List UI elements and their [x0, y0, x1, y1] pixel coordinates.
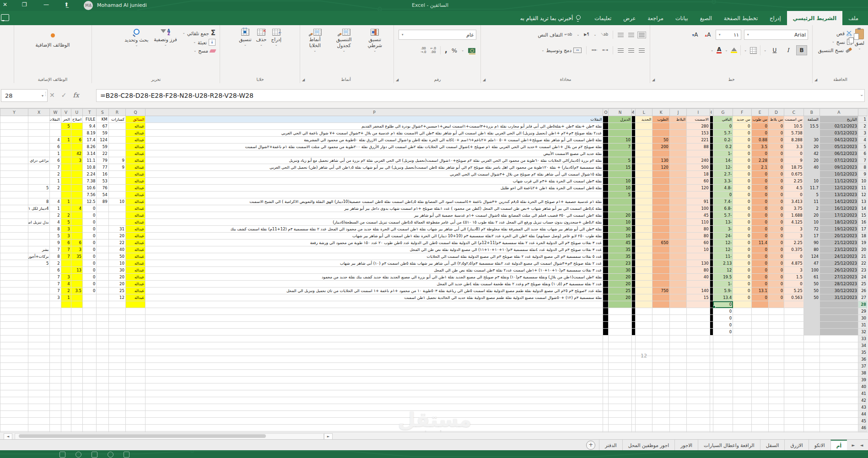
cell-R8[interactable]: 9: [108, 164, 125, 171]
cell-E11[interactable]: 0: [751, 185, 768, 192]
cell-X28[interactable]: [28, 301, 49, 308]
col-header-Y[interactable]: Y: [0, 109, 28, 116]
cell-C31[interactable]: [784, 322, 803, 329]
cell-W39[interactable]: [50, 377, 61, 383]
cell-K15[interactable]: [652, 212, 669, 219]
cell-R11[interactable]: [108, 185, 125, 192]
cell-R14[interactable]: [108, 205, 125, 212]
cell-T40[interactable]: [83, 383, 97, 390]
cell-B12[interactable]: 5: [803, 192, 819, 198]
cell-W9[interactable]: 2: [50, 171, 61, 178]
cell-N45[interactable]: [609, 418, 632, 425]
cell-W42[interactable]: [50, 397, 61, 404]
cell-M17[interactable]: [631, 226, 635, 233]
row-header-16[interactable]: 16: [858, 219, 867, 226]
cell-W11[interactable]: 2: [50, 185, 61, 192]
cell-G23[interactable]: 12: [713, 267, 733, 274]
cell-N26[interactable]: 25: [609, 288, 632, 294]
borders-dropdown[interactable]: ⌄: [744, 49, 747, 52]
cell-O12[interactable]: [603, 192, 609, 198]
cell-E6[interactable]: 0: [751, 150, 768, 157]
row-header-30[interactable]: 30: [858, 315, 867, 322]
cell-H28[interactable]: [710, 301, 713, 308]
cell-A4[interactable]: 04/12/2023: [819, 137, 858, 144]
cell-U31[interactable]: [71, 322, 82, 329]
cell-Y34[interactable]: [0, 342, 28, 349]
cell-Y45[interactable]: [0, 418, 28, 425]
cell-E46[interactable]: [751, 425, 768, 431]
cell-G20[interactable]: -12: [713, 246, 733, 253]
cell-B40[interactable]: [803, 383, 819, 390]
cell-R23[interactable]: 30: [108, 267, 125, 274]
cell-E27[interactable]: 0: [751, 294, 768, 301]
cell-K24[interactable]: [652, 274, 669, 281]
minimize-icon[interactable]: —: [43, 1, 49, 8]
cell-A44[interactable]: [819, 411, 858, 418]
cell-A19[interactable]: 21/12/2023: [819, 240, 858, 246]
cell-F9[interactable]: 0: [733, 171, 751, 178]
cell-A5[interactable]: 05/12/2023: [819, 144, 858, 150]
cell-M20[interactable]: [631, 246, 635, 253]
cell-Q10[interactable]: عبداله: [125, 178, 145, 185]
cell-L33[interactable]: [636, 336, 652, 342]
cell-G5[interactable]: 0.2: [713, 144, 733, 150]
cell-Y13[interactable]: [0, 198, 28, 205]
cell-L4[interactable]: [636, 137, 652, 144]
cell-S8[interactable]: 77: [97, 164, 108, 171]
cell-Q1[interactable]: السائق: [125, 116, 145, 123]
cell-R3[interactable]: [108, 130, 125, 137]
format-painter-button[interactable]: نسخ التنسيق: [818, 48, 852, 53]
cell-D8[interactable]: 0: [768, 164, 784, 171]
cell-G9[interactable]: -2.7: [713, 171, 733, 178]
cell-R1[interactable]: كسارات: [108, 116, 125, 123]
cell-L42[interactable]: [636, 397, 652, 404]
col-header-W[interactable]: W: [50, 109, 61, 116]
cell-C29[interactable]: [784, 308, 803, 315]
cell-K7[interactable]: 130: [652, 157, 669, 164]
cell-Q29[interactable]: [125, 308, 145, 315]
cell-J43[interactable]: [669, 404, 686, 411]
cell-S18[interactable]: [97, 233, 108, 240]
tell-me[interactable]: أخبرني بما تريد القيام به: [512, 11, 589, 25]
cell-I3[interactable]: 153: [687, 130, 710, 137]
cell-Q16[interactable]: عبداله: [125, 219, 145, 226]
cell-Y18[interactable]: [0, 233, 28, 240]
cell-C37[interactable]: [784, 363, 803, 370]
cell-X31[interactable]: [28, 322, 49, 329]
cell-V32[interactable]: [61, 329, 71, 336]
cell-O13[interactable]: [603, 198, 609, 205]
cell-H41[interactable]: [710, 390, 713, 397]
cell-styles-button[interactable]: أنماط الخلايا⌄: [303, 25, 327, 53]
cell-E8[interactable]: 2.1: [751, 164, 768, 171]
cell-L19[interactable]: [636, 240, 652, 246]
cell-T14[interactable]: 0: [83, 205, 97, 212]
cell-V6[interactable]: [61, 150, 71, 157]
cell-I4[interactable]: 221: [687, 137, 710, 144]
cell-P40[interactable]: [146, 383, 603, 390]
cell-D30[interactable]: [768, 315, 784, 322]
cell-J23[interactable]: [669, 267, 686, 274]
increase-decimal-icon[interactable]: ←.0.00: [431, 47, 437, 54]
cell-E25[interactable]: 0: [751, 281, 768, 288]
cell-O27[interactable]: [603, 294, 609, 301]
cell-W44[interactable]: [50, 411, 61, 418]
cell-J7[interactable]: [669, 157, 686, 164]
cell-B20[interactable]: 80: [803, 246, 819, 253]
cell-L5[interactable]: [636, 144, 652, 150]
cell-I27[interactable]: 15: [687, 294, 710, 301]
cell-B35[interactable]: [803, 349, 819, 356]
cell-R31[interactable]: [108, 322, 125, 329]
col-header-V[interactable]: V: [61, 109, 71, 116]
cell-N38[interactable]: [609, 370, 632, 377]
cell-G41[interactable]: [713, 390, 733, 397]
cell-Q15[interactable]: عبداله: [125, 212, 145, 219]
cell-L30[interactable]: [636, 315, 652, 322]
cell-S19[interactable]: [97, 240, 108, 246]
scrollbar-thumb[interactable]: [19, 434, 266, 438]
font-color-dropdown[interactable]: ⌄: [711, 49, 713, 52]
cell-Q37[interactable]: [125, 363, 145, 370]
cell-C39[interactable]: [784, 377, 803, 383]
restore-icon[interactable]: ❐: [22, 1, 27, 8]
cell-I14[interactable]: 100: [687, 205, 710, 212]
cell-U42[interactable]: [71, 397, 82, 404]
